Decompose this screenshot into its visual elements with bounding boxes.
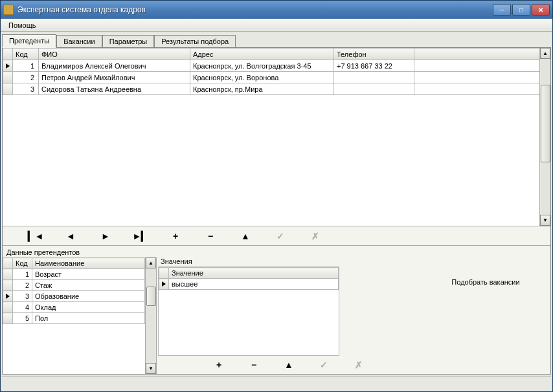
nav-last-icon: ►▎ <box>133 231 149 241</box>
main-grid-vscrollbar[interactable]: ▲ ▼ <box>539 48 550 226</box>
scroll-track[interactable] <box>540 59 550 215</box>
current-row-icon <box>6 63 10 69</box>
scroll-thumb[interactable] <box>541 85 550 162</box>
window-title: Экспертная система отдела кадров <box>17 5 493 14</box>
current-row-icon <box>162 281 166 287</box>
table-row[interactable]: 4 Оклад <box>3 302 145 313</box>
table-header-row: Значение <box>159 268 339 279</box>
maximize-button[interactable]: □ <box>512 4 530 16</box>
check-icon: ✓ <box>320 360 328 370</box>
header-fio[interactable]: ФИО <box>39 49 190 60</box>
table-row[interactable]: 3 Образование <box>3 291 145 302</box>
scroll-down-icon[interactable]: ▼ <box>146 363 156 374</box>
app-icon <box>3 5 14 15</box>
cell-code[interactable]: 2 <box>13 72 39 83</box>
plus-icon: + <box>216 360 221 370</box>
header-address[interactable]: Адрес <box>190 49 334 60</box>
pick-vacancies-button[interactable]: Подобрать вакансии <box>442 276 528 289</box>
nav-first-button[interactable]: ▎◄ <box>18 228 53 244</box>
header-indicator <box>3 49 13 60</box>
table-row[interactable]: 2 Петров Андрей Михайлович Красноярск, у… <box>3 72 540 83</box>
cell-phone[interactable] <box>334 72 414 83</box>
edit-icon: ▲ <box>284 360 293 370</box>
minimize-button[interactable]: ─ <box>493 4 511 16</box>
actions-panel: Подобрать вакансии <box>421 257 550 374</box>
menu-help[interactable]: Помощь <box>5 20 40 30</box>
scroll-down-icon[interactable]: ▼ <box>540 215 550 226</box>
table-header-row: Код Наименование <box>3 258 145 269</box>
scroll-thumb[interactable] <box>146 287 156 306</box>
table-row[interactable]: высшее <box>159 279 339 290</box>
tab-results[interactable]: Результаты подбора <box>154 35 236 47</box>
values-navigator: + − ▲ ✓ ✗ <box>157 356 421 374</box>
edit-icon: ▲ <box>241 231 250 241</box>
cell-fio[interactable]: Сидорова Татьяна Андреевна <box>39 83 190 95</box>
details-label: Данные претендентов <box>3 246 550 257</box>
scroll-up-icon[interactable]: ▲ <box>146 257 156 268</box>
nav-edit-button[interactable]: ▲ <box>228 228 263 244</box>
table-header-row: Код ФИО Адрес Телефон <box>3 49 540 60</box>
header-value[interactable]: Значение <box>169 268 339 279</box>
row-indicator-cell <box>3 72 13 83</box>
cell-phone[interactable] <box>334 83 414 95</box>
lower-panel: Данные претендентов Код Наименование <box>3 246 550 374</box>
cell-value[interactable]: высшее <box>169 279 339 290</box>
values-panel: Значения Значение <box>157 257 421 374</box>
lower-body: Код Наименование 1 Возраст <box>3 257 550 374</box>
tab-vacancies[interactable]: Вакансии <box>56 35 102 47</box>
menubar: Помощь <box>1 19 552 32</box>
cell-code[interactable]: 1 <box>13 60 39 72</box>
main-grid[interactable]: Код ФИО Адрес Телефон 1 Владимиров Алекс… <box>3 48 539 226</box>
details-vscrollbar[interactable]: ▲ ▼ <box>145 257 156 374</box>
scroll-up-icon[interactable]: ▲ <box>540 48 550 59</box>
minus-icon: − <box>208 231 213 241</box>
nav-delete-button[interactable]: − <box>193 228 228 244</box>
values-grid[interactable]: Значение высшее <box>158 267 339 356</box>
details-grid[interactable]: Код Наименование 1 Возраст <box>3 257 145 374</box>
nav-last-button[interactable]: ►▎ <box>123 228 158 244</box>
nav-delete-button[interactable]: − <box>236 357 271 373</box>
tab-params[interactable]: Параметры <box>102 35 155 47</box>
statusbar <box>2 376 551 390</box>
nav-insert-button[interactable]: + <box>201 357 236 373</box>
table-row[interactable]: 3 Сидорова Татьяна Андреевна Красноярск,… <box>3 83 540 95</box>
nav-next-icon: ► <box>101 231 110 241</box>
header-name[interactable]: Наименование <box>32 258 145 269</box>
cell-address[interactable]: Красноярск, ул. Воронова <box>190 72 334 83</box>
cell-fio[interactable]: Петров Андрей Михайлович <box>39 72 190 83</box>
header-phone[interactable]: Телефон <box>334 49 414 60</box>
tab-applicants[interactable]: Претеденты <box>2 34 56 48</box>
scroll-track[interactable] <box>146 268 156 363</box>
table-row[interactable]: 5 Пол <box>3 313 145 324</box>
nav-cancel-button: ✗ <box>298 228 333 244</box>
nav-prev-button[interactable]: ◄ <box>53 228 88 244</box>
table-row[interactable]: 1 Владимиров Алексей Олегович Красноярск… <box>3 60 540 72</box>
cell-address[interactable]: Красноярск, ул. Волгоградская 3-45 <box>190 60 334 72</box>
nav-insert-button[interactable]: + <box>158 228 193 244</box>
main-navigator: ▎◄ ◄ ► ►▎ + − ▲ ✓ ✗ <box>3 226 550 246</box>
nav-post-button: ✓ <box>263 228 298 244</box>
table-row[interactable]: 1 Возраст <box>3 269 145 280</box>
cell-code[interactable]: 3 <box>13 83 39 95</box>
header-code[interactable]: Код <box>13 49 39 60</box>
app-window: Экспертная система отдела кадров ─ □ ✕ П… <box>0 0 553 392</box>
titlebar: Экспертная система отдела кадров ─ □ ✕ <box>1 1 552 19</box>
close-button[interactable]: ✕ <box>532 4 550 16</box>
main-grid-wrap: Код ФИО Адрес Телефон 1 Владимиров Алекс… <box>3 48 550 226</box>
nav-cancel-button: ✗ <box>341 357 376 373</box>
table-row[interactable]: 2 Стаж <box>3 280 145 291</box>
current-row-icon <box>6 294 10 299</box>
cell-fio[interactable]: Владимиров Алексей Олегович <box>39 60 190 72</box>
plus-icon: + <box>173 231 178 241</box>
nav-edit-button[interactable]: ▲ <box>271 357 306 373</box>
header-spacer <box>414 49 540 60</box>
cell-address[interactable]: Красноярск, пр.Мира <box>190 83 334 95</box>
nav-next-button[interactable]: ► <box>88 228 123 244</box>
details-grid-wrap: Код Наименование 1 Возраст <box>3 257 157 374</box>
header-code[interactable]: Код <box>13 258 32 269</box>
cell-phone[interactable]: +7 913 667 33 22 <box>334 60 414 72</box>
cancel-icon: ✗ <box>311 231 319 241</box>
values-grid-wrap: Значение высшее <box>158 267 421 356</box>
nav-post-button: ✓ <box>306 357 341 373</box>
tab-panel-applicants: Код ФИО Адрес Телефон 1 Владимиров Алекс… <box>2 47 551 375</box>
